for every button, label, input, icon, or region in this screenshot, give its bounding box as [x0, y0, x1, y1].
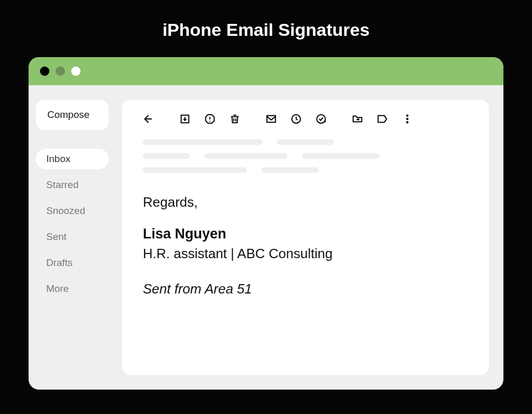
- signature-sent-from: Sent from Area 51: [143, 279, 468, 299]
- email-signature: Regards, Lisa Nguyen H.R. assistant | AB…: [143, 193, 468, 299]
- sidebar-item-snoozed[interactable]: Snoozed: [36, 201, 109, 221]
- svg-point-8: [317, 115, 326, 124]
- svg-rect-6: [267, 116, 276, 123]
- window-titlebar: [29, 57, 503, 85]
- more-icon[interactable]: [402, 113, 413, 125]
- window-dot-maximize[interactable]: [71, 66, 81, 76]
- window-dot-close[interactable]: [40, 66, 49, 76]
- svg-point-12: [406, 118, 408, 120]
- svg-point-11: [406, 115, 408, 117]
- svg-point-13: [406, 122, 408, 124]
- sidebar-item-sent[interactable]: Sent: [36, 226, 109, 247]
- app-window: Compose Inbox Starred Snoozed Sent Draft…: [29, 57, 503, 390]
- mark-unread-icon[interactable]: [265, 113, 277, 125]
- mail-toolbar: [143, 113, 468, 125]
- sidebar-item-inbox[interactable]: Inbox: [36, 149, 109, 169]
- back-arrow-icon[interactable]: [143, 113, 154, 125]
- report-spam-icon[interactable]: [204, 113, 216, 125]
- move-to-icon[interactable]: [352, 113, 363, 125]
- delete-icon[interactable]: [229, 113, 241, 125]
- archive-icon[interactable]: [179, 113, 191, 125]
- window-dot-minimize[interactable]: [56, 66, 65, 76]
- sidebar: Compose Inbox Starred Snoozed Sent Draft…: [29, 85, 117, 390]
- page-title: iPhone Email Signatures: [0, 0, 532, 40]
- labels-icon[interactable]: [377, 113, 388, 125]
- svg-point-3: [209, 121, 210, 122]
- snooze-icon[interactable]: [290, 113, 302, 125]
- signature-regards: Regards,: [143, 193, 468, 212]
- mail-pane: Regards, Lisa Nguyen H.R. assistant | AB…: [122, 100, 489, 375]
- signature-name: Lisa Nguyen: [143, 224, 468, 244]
- sidebar-item-drafts[interactable]: Drafts: [36, 252, 109, 273]
- compose-button[interactable]: Compose: [36, 100, 109, 130]
- add-to-tasks-icon[interactable]: [315, 113, 327, 125]
- sidebar-item-more[interactable]: More: [36, 278, 109, 299]
- message-body-placeholder: [143, 139, 468, 173]
- sidebar-item-starred[interactable]: Starred: [36, 175, 109, 195]
- signature-role: H.R. assistant | ABC Consulting: [143, 244, 468, 264]
